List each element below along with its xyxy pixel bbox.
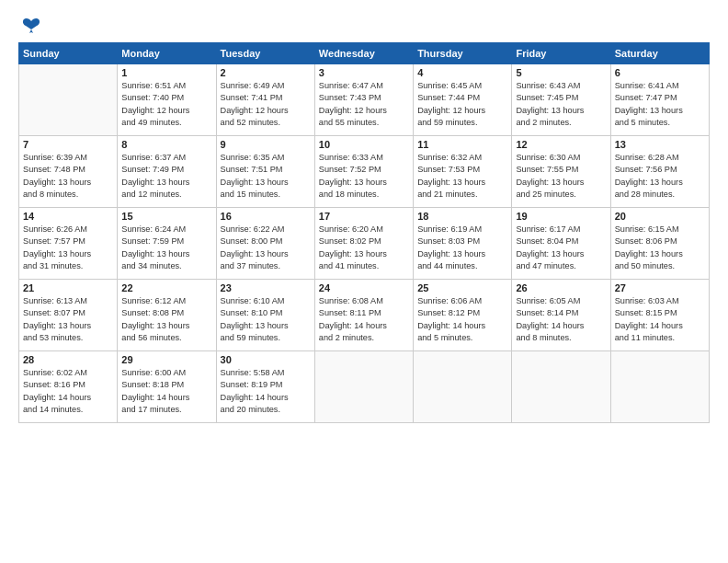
day-info: Sunrise: 6:00 AM Sunset: 8:18 PM Dayligh… xyxy=(121,367,211,416)
calendar-week-row: 14Sunrise: 6:26 AM Sunset: 7:57 PM Dayli… xyxy=(19,208,710,280)
day-info: Sunrise: 6:43 AM Sunset: 7:45 PM Dayligh… xyxy=(516,80,606,129)
day-info: Sunrise: 6:02 AM Sunset: 8:16 PM Dayligh… xyxy=(23,367,113,416)
day-number: 8 xyxy=(121,139,211,150)
calendar-cell: 26Sunrise: 6:05 AM Sunset: 8:14 PM Dayli… xyxy=(512,280,610,351)
day-number: 17 xyxy=(319,211,409,222)
calendar-cell: 5Sunrise: 6:43 AM Sunset: 7:45 PM Daylig… xyxy=(512,64,610,136)
calendar-cell: 25Sunrise: 6:06 AM Sunset: 8:12 PM Dayli… xyxy=(414,280,512,351)
day-number: 30 xyxy=(221,354,311,365)
day-info: Sunrise: 6:06 AM Sunset: 8:12 PM Dayligh… xyxy=(417,295,507,344)
calendar-cell: 22Sunrise: 6:12 AM Sunset: 8:08 PM Dayli… xyxy=(118,280,216,351)
calendar-cell: 30Sunrise: 5:58 AM Sunset: 8:19 PM Dayli… xyxy=(216,351,314,423)
logo xyxy=(18,17,44,35)
day-info: Sunrise: 6:51 AM Sunset: 7:40 PM Dayligh… xyxy=(121,80,211,129)
day-info: Sunrise: 6:24 AM Sunset: 7:59 PM Dayligh… xyxy=(121,224,211,272)
calendar-header-friday: Friday xyxy=(512,43,610,64)
calendar-cell: 21Sunrise: 6:13 AM Sunset: 8:07 PM Dayli… xyxy=(19,280,118,351)
day-number: 9 xyxy=(221,139,311,150)
day-info: Sunrise: 6:32 AM Sunset: 7:53 PM Dayligh… xyxy=(417,152,507,201)
calendar-cell xyxy=(512,351,610,423)
day-number: 26 xyxy=(516,282,606,293)
calendar-header-saturday: Saturday xyxy=(610,43,709,64)
calendar-header-monday: Monday xyxy=(118,43,216,64)
day-info: Sunrise: 6:41 AM Sunset: 7:47 PM Dayligh… xyxy=(615,80,705,129)
day-number: 12 xyxy=(516,139,606,150)
day-info: Sunrise: 6:13 AM Sunset: 8:07 PM Dayligh… xyxy=(23,295,113,344)
day-number: 2 xyxy=(221,67,311,78)
day-info: Sunrise: 6:33 AM Sunset: 7:52 PM Dayligh… xyxy=(319,152,409,201)
day-number: 27 xyxy=(615,282,705,293)
calendar: SundayMondayTuesdayWednesdayThursdayFrid… xyxy=(18,42,710,423)
logo-bird-icon xyxy=(20,17,42,35)
calendar-cell: 6Sunrise: 6:41 AM Sunset: 7:47 PM Daylig… xyxy=(610,64,709,136)
day-info: Sunrise: 6:49 AM Sunset: 7:41 PM Dayligh… xyxy=(221,80,311,129)
day-info: Sunrise: 6:28 AM Sunset: 7:56 PM Dayligh… xyxy=(615,152,705,201)
calendar-cell: 11Sunrise: 6:32 AM Sunset: 7:53 PM Dayli… xyxy=(414,136,512,208)
day-info: Sunrise: 6:39 AM Sunset: 7:48 PM Dayligh… xyxy=(23,152,113,201)
calendar-cell: 8Sunrise: 6:37 AM Sunset: 7:49 PM Daylig… xyxy=(118,136,216,208)
calendar-cell: 14Sunrise: 6:26 AM Sunset: 7:57 PM Dayli… xyxy=(19,208,118,280)
calendar-cell: 12Sunrise: 6:30 AM Sunset: 7:55 PM Dayli… xyxy=(512,136,610,208)
day-number: 22 xyxy=(121,282,211,293)
calendar-cell: 3Sunrise: 6:47 AM Sunset: 7:43 PM Daylig… xyxy=(314,64,413,136)
calendar-cell: 28Sunrise: 6:02 AM Sunset: 8:16 PM Dayli… xyxy=(19,351,118,423)
day-info: Sunrise: 6:19 AM Sunset: 8:03 PM Dayligh… xyxy=(417,224,507,272)
day-info: Sunrise: 6:10 AM Sunset: 8:10 PM Dayligh… xyxy=(221,295,311,344)
calendar-week-row: 7Sunrise: 6:39 AM Sunset: 7:48 PM Daylig… xyxy=(19,136,710,208)
page: SundayMondayTuesdayWednesdayThursdayFrid… xyxy=(0,0,728,563)
day-info: Sunrise: 6:12 AM Sunset: 8:08 PM Dayligh… xyxy=(121,295,211,344)
day-number: 6 xyxy=(615,67,705,78)
calendar-cell xyxy=(19,64,118,136)
day-info: Sunrise: 6:45 AM Sunset: 7:44 PM Dayligh… xyxy=(417,80,507,129)
day-info: Sunrise: 6:08 AM Sunset: 8:11 PM Dayligh… xyxy=(319,295,409,344)
calendar-cell: 2Sunrise: 6:49 AM Sunset: 7:41 PM Daylig… xyxy=(216,64,314,136)
calendar-cell: 9Sunrise: 6:35 AM Sunset: 7:51 PM Daylig… xyxy=(216,136,314,208)
day-number: 29 xyxy=(121,354,211,365)
day-number: 21 xyxy=(23,282,113,293)
calendar-cell: 4Sunrise: 6:45 AM Sunset: 7:44 PM Daylig… xyxy=(414,64,512,136)
calendar-cell: 18Sunrise: 6:19 AM Sunset: 8:03 PM Dayli… xyxy=(414,208,512,280)
calendar-week-row: 21Sunrise: 6:13 AM Sunset: 8:07 PM Dayli… xyxy=(19,280,710,351)
day-number: 7 xyxy=(23,139,113,150)
calendar-header-sunday: Sunday xyxy=(19,43,118,64)
calendar-cell: 1Sunrise: 6:51 AM Sunset: 7:40 PM Daylig… xyxy=(118,64,216,136)
day-info: Sunrise: 6:17 AM Sunset: 8:04 PM Dayligh… xyxy=(516,224,606,272)
calendar-cell: 10Sunrise: 6:33 AM Sunset: 7:52 PM Dayli… xyxy=(314,136,413,208)
day-info: Sunrise: 6:35 AM Sunset: 7:51 PM Dayligh… xyxy=(221,152,311,201)
calendar-header-tuesday: Tuesday xyxy=(216,43,314,64)
day-number: 28 xyxy=(23,354,113,365)
calendar-cell xyxy=(314,351,413,423)
calendar-week-row: 1Sunrise: 6:51 AM Sunset: 7:40 PM Daylig… xyxy=(19,64,710,136)
day-number: 11 xyxy=(417,139,507,150)
day-info: Sunrise: 6:20 AM Sunset: 8:02 PM Dayligh… xyxy=(319,224,409,272)
day-number: 1 xyxy=(121,67,211,78)
calendar-cell: 29Sunrise: 6:00 AM Sunset: 8:18 PM Dayli… xyxy=(118,351,216,423)
day-info: Sunrise: 6:30 AM Sunset: 7:55 PM Dayligh… xyxy=(516,152,606,201)
day-info: Sunrise: 5:58 AM Sunset: 8:19 PM Dayligh… xyxy=(221,367,311,416)
calendar-cell xyxy=(610,351,709,423)
day-number: 5 xyxy=(516,67,606,78)
day-info: Sunrise: 6:37 AM Sunset: 7:49 PM Dayligh… xyxy=(121,152,211,201)
calendar-week-row: 28Sunrise: 6:02 AM Sunset: 8:16 PM Dayli… xyxy=(19,351,710,423)
day-number: 4 xyxy=(417,67,507,78)
day-number: 23 xyxy=(221,282,311,293)
calendar-cell: 20Sunrise: 6:15 AM Sunset: 8:06 PM Dayli… xyxy=(610,208,709,280)
day-info: Sunrise: 6:05 AM Sunset: 8:14 PM Dayligh… xyxy=(516,295,606,344)
day-number: 14 xyxy=(23,211,113,222)
calendar-cell: 13Sunrise: 6:28 AM Sunset: 7:56 PM Dayli… xyxy=(610,136,709,208)
day-info: Sunrise: 6:22 AM Sunset: 8:00 PM Dayligh… xyxy=(221,224,311,272)
calendar-cell: 27Sunrise: 6:03 AM Sunset: 8:15 PM Dayli… xyxy=(610,280,709,351)
calendar-cell: 15Sunrise: 6:24 AM Sunset: 7:59 PM Dayli… xyxy=(118,208,216,280)
calendar-header-wednesday: Wednesday xyxy=(314,43,413,64)
day-number: 19 xyxy=(516,211,606,222)
day-number: 16 xyxy=(221,211,311,222)
calendar-header-row: SundayMondayTuesdayWednesdayThursdayFrid… xyxy=(19,43,710,64)
day-number: 10 xyxy=(319,139,409,150)
header xyxy=(18,17,710,35)
calendar-cell xyxy=(414,351,512,423)
calendar-cell: 16Sunrise: 6:22 AM Sunset: 8:00 PM Dayli… xyxy=(216,208,314,280)
day-number: 13 xyxy=(615,139,705,150)
day-info: Sunrise: 6:26 AM Sunset: 7:57 PM Dayligh… xyxy=(23,224,113,272)
day-number: 24 xyxy=(319,282,409,293)
day-info: Sunrise: 6:03 AM Sunset: 8:15 PM Dayligh… xyxy=(615,295,705,344)
